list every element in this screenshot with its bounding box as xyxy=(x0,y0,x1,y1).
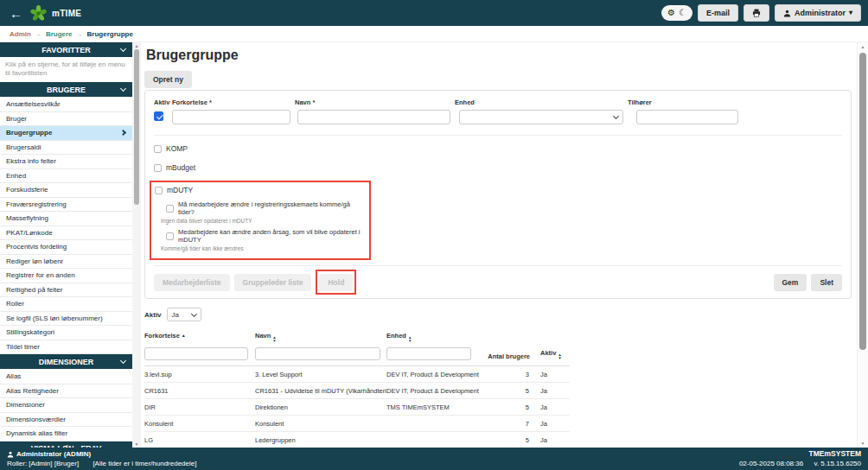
cell-forkortelse: LG xyxy=(144,436,255,444)
medarbejderliste-button[interactable]: Medarbejderliste xyxy=(154,274,230,291)
mduty-checkbox[interactable] xyxy=(155,187,163,194)
sidebar-item-forskudsferie[interactable]: Forskudsferie xyxy=(0,183,132,198)
mduty-q2-note: Komme/gå tider kan ikke ændres xyxy=(161,245,364,251)
cell-aktiv: Ja xyxy=(532,371,570,378)
sidebar-item-bruger[interactable]: Bruger xyxy=(0,112,132,127)
sidebar-item-registrer-for-en-anden[interactable]: Registrer for en anden xyxy=(0,269,132,283)
sidebar-item-alias-rettigheder[interactable]: Alias Rettigheder xyxy=(0,384,132,399)
section-title: VISMA LØN - FRAV xyxy=(31,444,102,448)
gem-button[interactable]: Gem xyxy=(774,274,807,291)
sidebar-item-dimensioner[interactable]: Dimensioner xyxy=(0,398,132,413)
sidebar-item-alias[interactable]: Alias xyxy=(0,370,132,384)
breadcrumb-brugere[interactable]: Brugere xyxy=(46,30,73,38)
print-button[interactable] xyxy=(744,4,769,22)
column-header-forkortelse[interactable]: Forkortelse▲ xyxy=(144,332,255,343)
chevron-down-icon xyxy=(120,46,126,52)
statusbar-user: Administrator (ADMIN) xyxy=(16,449,91,459)
column-header-enhed[interactable]: Enhed▲▼ xyxy=(386,332,488,343)
filter-forkortelse-input[interactable] xyxy=(144,347,248,360)
sidebar-item-dynamisk-alias-filter[interactable]: Dynamisk alias filter xyxy=(0,427,132,441)
sidebar-scrollbar-thumb[interactable] xyxy=(134,49,139,205)
filter-navn-input[interactable] xyxy=(255,347,380,360)
sidebar-item-se-logfil-sls-l-n-l-benummer[interactable]: Se logfil (SLS løn løbenummer) xyxy=(0,312,132,327)
enhed-select[interactable] xyxy=(459,110,623,124)
cell-navn: Ledergruppen xyxy=(255,436,386,444)
sidebar-item-roller[interactable]: Roller xyxy=(0,297,132,312)
scroll-up-icon[interactable]: ▲ xyxy=(132,43,141,48)
aktiv-checkbox[interactable] xyxy=(154,111,163,121)
mtime-logo-icon[interactable] xyxy=(29,4,48,22)
mbudget-checkbox[interactable] xyxy=(154,164,162,172)
table-row[interactable]: 3.levl.sup3. Level SupportDEV IT, Produc… xyxy=(144,366,570,383)
opret-ny-button[interactable]: Opret ny xyxy=(144,71,192,88)
theme-toggle[interactable]: ⚙ ☾ xyxy=(661,5,692,21)
mduty-q2-checkbox[interactable] xyxy=(166,232,174,240)
table-row[interactable]: KonsulentKonsulent7Ja xyxy=(144,416,570,432)
page-scrollbar-thumb[interactable] xyxy=(859,53,866,350)
sidebar-item-rediger-l-n-l-benr[interactable]: Rediger løn løbenr xyxy=(0,255,132,270)
mduty-q1-label: Må medarbejdere ændre i registreringsske… xyxy=(178,200,364,216)
brugergruppe-form-panel: Aktiv Forkortelse * Navn * Enhed xyxy=(144,90,852,299)
komp-checkbox[interactable] xyxy=(154,145,162,153)
sidebar-section-visma-l-n-frav[interactable]: VISMA LØN - FRAV xyxy=(0,441,132,448)
sidebar-section-favoritter[interactable]: FAVORITTER xyxy=(0,42,132,57)
statusbar: Administrator (ADMIN) Roller: [Admin] [B… xyxy=(0,448,868,470)
scroll-down-icon[interactable]: ▼ xyxy=(132,441,141,447)
sidebar-item-dimensionsv-rdier[interactable]: Dimensionsværdier xyxy=(0,413,132,428)
scroll-down-icon[interactable]: ▼ xyxy=(858,441,868,446)
favorites-help-text: Klik på en stjerne, for at tilføje en me… xyxy=(0,58,132,82)
chevron-right-icon xyxy=(120,130,126,136)
scroll-up-icon[interactable]: ▲ xyxy=(858,44,868,49)
sidebar-item-procentvis-fordeling[interactable]: Procentvis fordeling xyxy=(0,240,132,255)
statusbar-time-note: [Alle tider er i timer/hundrededele] xyxy=(93,460,196,467)
cell-aktiv: Ja xyxy=(532,403,570,411)
chevron-down-icon xyxy=(613,113,619,119)
page-scrollbar[interactable]: ▲ ▼ xyxy=(857,42,868,448)
table-row[interactable]: LGLedergruppen5Ja xyxy=(144,432,570,448)
sidebar-item-stillingskategori[interactable]: Stillingskategori xyxy=(0,326,132,340)
user-icon xyxy=(7,451,14,458)
cell-forkortelse: Konsulent xyxy=(144,420,255,428)
table-row[interactable]: DIRDirektionenTMS TIMEmSYSTEM5Ja xyxy=(144,399,570,416)
hold-button[interactable]: Hold xyxy=(319,274,353,291)
gruppeleder-liste-button[interactable]: Gruppeleder liste xyxy=(234,274,312,291)
sidebar-item-rettighed-p-felter[interactable]: Rettighed på felter xyxy=(0,283,132,298)
statusbar-roles: Roller: [Admin] [Bruger] xyxy=(7,460,79,467)
mduty-q1-checkbox[interactable] xyxy=(166,205,174,213)
forkortelse-input[interactable] xyxy=(172,110,290,124)
printer-icon xyxy=(752,9,761,17)
cell-forkortelse: 3.levl.sup xyxy=(144,371,255,378)
back-arrow-icon[interactable]: ← xyxy=(7,6,25,21)
aktiv-filter-select[interactable]: Ja xyxy=(167,308,201,321)
sidebar: FAVORITTERKlik på en stjerne, for at til… xyxy=(0,42,132,448)
table-row[interactable]: CR1631CR1631 - Udvidelse til mDUTY (Vika… xyxy=(144,383,570,399)
column-header-aktiv[interactable]: Aktiv▲▼ xyxy=(532,349,570,360)
column-header-navn[interactable]: Navn▲▼ xyxy=(255,332,386,343)
table-body: 3.levl.sup3. Level SupportDEV IT, Produc… xyxy=(144,365,570,448)
sidebar-item-brugersaldi[interactable]: Brugersaldi xyxy=(0,141,132,156)
cell-navn: 3. Level Support xyxy=(255,371,386,378)
user-menu-button[interactable]: Administrator ▾ xyxy=(775,4,861,22)
tilhoerer-label: Tilhører xyxy=(628,98,738,106)
slet-button[interactable]: Slet xyxy=(811,274,842,291)
sidebar-item-ans-ttelsesvilk-r[interactable]: Ansættelsesvilkår xyxy=(0,98,132,112)
navn-input[interactable] xyxy=(297,110,450,124)
sidebar-item-tildel-timer[interactable]: Tildel timer xyxy=(0,340,132,355)
tilhoerer-input[interactable] xyxy=(636,110,738,124)
sidebar-section-brugere[interactable]: BRUGERE xyxy=(0,82,132,97)
breadcrumb-admin[interactable]: Admin xyxy=(10,30,31,38)
sidebar-item-brugergruppe[interactable]: Brugergruppe xyxy=(0,126,132,141)
sidebar-item-enhed[interactable]: Enhed xyxy=(0,169,132,184)
chevron-down-icon xyxy=(191,310,197,316)
sidebar-section-dimensioner[interactable]: DIMENSIONER xyxy=(0,354,132,369)
email-button[interactable]: E-mail xyxy=(698,4,738,22)
column-header-antal-brugere[interactable]: Antal brugere xyxy=(488,352,532,360)
breadcrumb-current: Brugergruppe xyxy=(87,30,133,38)
sidebar-item-ekstra-info-felter[interactable]: Ekstra info felter xyxy=(0,155,132,169)
sidebar-item-pkat-l-nkode[interactable]: PKAT/Lønkode xyxy=(0,226,132,241)
sidebar-scrollbar[interactable]: ▲ ▼ xyxy=(132,42,141,448)
filter-enhed-input[interactable] xyxy=(386,347,471,360)
sidebar-item-frav-rsregistrering[interactable]: Fraværsregistrering xyxy=(0,198,132,213)
navn-label: Navn * xyxy=(295,98,450,106)
sidebar-item-masseflytning[interactable]: Masseflytning xyxy=(0,212,132,226)
